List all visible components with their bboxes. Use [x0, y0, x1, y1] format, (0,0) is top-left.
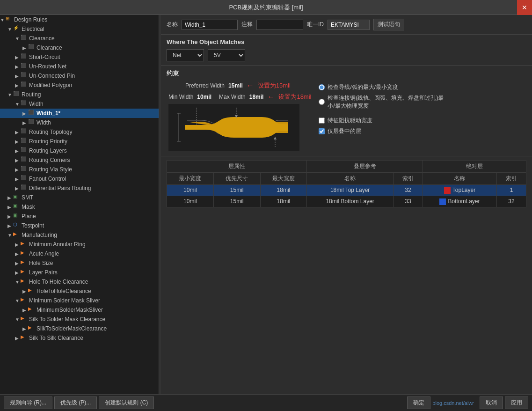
option1-radio[interactable] [319, 84, 325, 90]
layer-table: 层属性 叠层参考 绝对层 最小宽度 优先尺寸 最大宽度 名称 索引 名称 索引 [167, 160, 526, 207]
create-default-button[interactable]: 创建默认规则 (C) [99, 396, 154, 409]
tree-item-short-circuit[interactable]: ▶⬛Short-Circuit [0, 52, 159, 62]
tree-item-routing[interactable]: ▼⬛Routing [0, 90, 159, 99]
tree-item-smt[interactable]: ▶▣SMT [0, 193, 159, 202]
expand-arrow[interactable]: ▶ [22, 326, 28, 331]
tree-item-electrical[interactable]: ▼⚡Electrical [0, 24, 159, 34]
expand-arrow[interactable]: ▼ [7, 233, 13, 238]
expand-arrow[interactable]: ▶ [15, 83, 21, 88]
tree-item-routing-priority[interactable]: ▶⬛Routing Priority [0, 137, 159, 146]
ok-button[interactable]: 确定 [407, 396, 430, 409]
net-value-select[interactable]: 5V [208, 49, 245, 61]
expand-arrow[interactable]: ▼ [0, 17, 6, 22]
tree-item-hole-to-hole[interactable]: ▼▶Hole To Hole Clearance [0, 277, 159, 286]
expand-arrow[interactable]: ▶ [22, 111, 28, 116]
tree-item-routing-topology[interactable]: ▶⬛Routing Topology [0, 127, 159, 137]
tree-item-diff-pairs[interactable]: ▶⬛Differential Pairs Routing [0, 183, 159, 193]
id-input[interactable] [328, 20, 370, 30]
expand-arrow[interactable]: ▼ [7, 27, 13, 32]
tree-item-min-solder-mask[interactable]: ▼▶Minimum Solder Mask Sliver [0, 296, 159, 305]
tree-label: Clearance [29, 35, 55, 42]
expand-arrow[interactable]: ▶ [7, 205, 13, 210]
expand-arrow[interactable]: ▼ [15, 298, 21, 303]
expand-arrow[interactable]: ▶ [15, 186, 21, 191]
tree-label: Minimum Annular Ring [29, 241, 86, 248]
tree-item-routing-via-style[interactable]: ▶⬛Routing Via Style [0, 165, 159, 174]
tree-item-mask[interactable]: ▶▣Mask [0, 202, 159, 212]
expand-arrow[interactable]: ▶ [15, 251, 21, 257]
expand-arrow[interactable]: ▶ [7, 223, 13, 228]
tree-item-fanout-control[interactable]: ▶⬛Fanout Control [0, 174, 159, 183]
comment-input[interactable] [256, 20, 303, 30]
expand-arrow[interactable]: ▶ [15, 242, 21, 247]
layer-color [439, 198, 446, 205]
tree-item-testpoint[interactable]: ▶⬡Testpoint [0, 221, 159, 230]
cell-max: 18mil [260, 185, 307, 196]
option2-radio[interactable] [319, 99, 325, 105]
tree-item-hole-to-hole-item[interactable]: ▶▶HoleToHoleClearance [0, 286, 159, 296]
tree-item-width-1[interactable]: ▶⬛Width_1* [0, 109, 159, 118]
expand-arrow[interactable]: ▶ [15, 167, 21, 172]
tree-item-plane[interactable]: ▶▣Plane [0, 212, 159, 221]
expand-arrow[interactable]: ▶ [15, 148, 21, 154]
expand-arrow[interactable]: ▶ [7, 195, 13, 200]
name-input[interactable] [182, 20, 238, 30]
checkbox2[interactable] [319, 128, 325, 134]
tree-item-layer-pairs[interactable]: ▶▶Layer Pairs [0, 268, 159, 277]
tree-item-width-group[interactable]: ▼⬛Width [0, 99, 159, 109]
expand-arrow[interactable]: ▶ [15, 73, 21, 79]
expand-arrow[interactable]: ▼ [15, 36, 21, 41]
tree-item-modified-polygon[interactable]: ▶⬛Modified Polygon [0, 81, 159, 90]
expand-arrow[interactable]: ▶ [15, 336, 21, 341]
priority-button[interactable]: 优先级 (P)... [54, 396, 97, 409]
expand-arrow[interactable]: ▶ [22, 289, 28, 294]
tree-item-silk-to-solder[interactable]: ▼▶Silk To Solder Mask Clearance [0, 315, 159, 324]
tree-item-width-item[interactable]: ▶⬛Width [0, 118, 159, 127]
expand-arrow[interactable]: ▶ [15, 130, 21, 135]
expand-arrow[interactable]: ▶ [15, 55, 21, 60]
expand-arrow[interactable]: ▶ [22, 45, 28, 51]
expand-arrow[interactable]: ▼ [15, 102, 21, 107]
tree-item-routing-corners[interactable]: ▶⬛Routing Corners [0, 155, 159, 165]
tree-item-silk-to-silk[interactable]: ▶▶Silk To Silk Clearance [0, 333, 159, 343]
tree-icon: ▶ [21, 259, 28, 267]
net-select[interactable]: Net [167, 49, 204, 61]
tree-item-hole-size[interactable]: ▶▶Hole Size [0, 258, 159, 268]
expand-arrow[interactable]: ▶ [7, 214, 13, 219]
expand-arrow[interactable]: ▶ [15, 270, 21, 275]
expand-arrow[interactable]: ▼ [15, 279, 21, 285]
tree-item-silk-to-solder-item[interactable]: ▶▶SilkToSolderMaskClearance [0, 324, 159, 333]
expand-arrow[interactable]: ▼ [7, 92, 13, 97]
checkbox1[interactable] [319, 117, 325, 124]
tree-item-unrouted-net[interactable]: ▶⬛Un-Routed Net [0, 62, 159, 71]
tree-item-routing-layers[interactable]: ▶⬛Routing Layers [0, 146, 159, 155]
tree-item-min-annular[interactable]: ▶▶Minimum Annular Ring [0, 240, 159, 249]
rules-wizard-button[interactable]: 规则向导 (R)... [4, 396, 52, 409]
expand-arrow[interactable]: ▼ [15, 317, 21, 322]
options-col: 检查导线/弧的最大/最小宽度 检查连接铜(线轨、圆弧、填充、焊盘和过孔)最小/最… [319, 81, 526, 135]
expand-arrow[interactable]: ▶ [15, 64, 21, 69]
expand-arrow[interactable]: ▶ [22, 308, 28, 313]
expand-arrow[interactable]: ▶ [15, 176, 21, 182]
cancel-button[interactable]: 取消 [480, 396, 503, 409]
expand-arrow[interactable]: ▶ [15, 261, 21, 266]
table-row[interactable]: 10mil 15mil 18mil 18mil Bottom Layer 33 … [167, 196, 526, 207]
tree-item-acute-angle[interactable]: ▶▶Acute Angle [0, 249, 159, 258]
tree-item-manufacturing[interactable]: ▼▶Manufacturing [0, 230, 159, 240]
constraint-section: 约束 Preferred Width 15mil ← 设置为15mil Min … [161, 66, 532, 156]
close-button[interactable]: ✕ [517, 0, 532, 15]
expand-arrow[interactable]: ▶ [22, 120, 28, 125]
tree-item-min-solder-mask-item[interactable]: ▶▶MinimumSolderMaskSliver [0, 305, 159, 315]
tree-icon: ⬛ [21, 35, 28, 42]
expand-arrow[interactable]: ▶ [15, 158, 21, 163]
tree-item-clearance-group[interactable]: ▼⬛Clearance [0, 34, 159, 43]
tree-item-clearance-item[interactable]: ▶⬛Clearance [0, 43, 159, 52]
tree-item-unconnected-pin[interactable]: ▶⬛Un-Connected Pin [0, 71, 159, 81]
table-row[interactable]: 10mil 15mil 18mil 18mil Top Layer 32 Top… [167, 185, 526, 196]
apply-button[interactable]: 应用 [505, 396, 528, 409]
expand-arrow[interactable]: ▶ [15, 139, 21, 144]
stack-ref-header: 叠层参考 [307, 161, 423, 173]
tree-item-design-rules[interactable]: ▼⊞Design Rules [0, 15, 159, 24]
tree-icon: ▶ [21, 250, 28, 257]
test-button[interactable]: 测试语句 [373, 19, 404, 30]
